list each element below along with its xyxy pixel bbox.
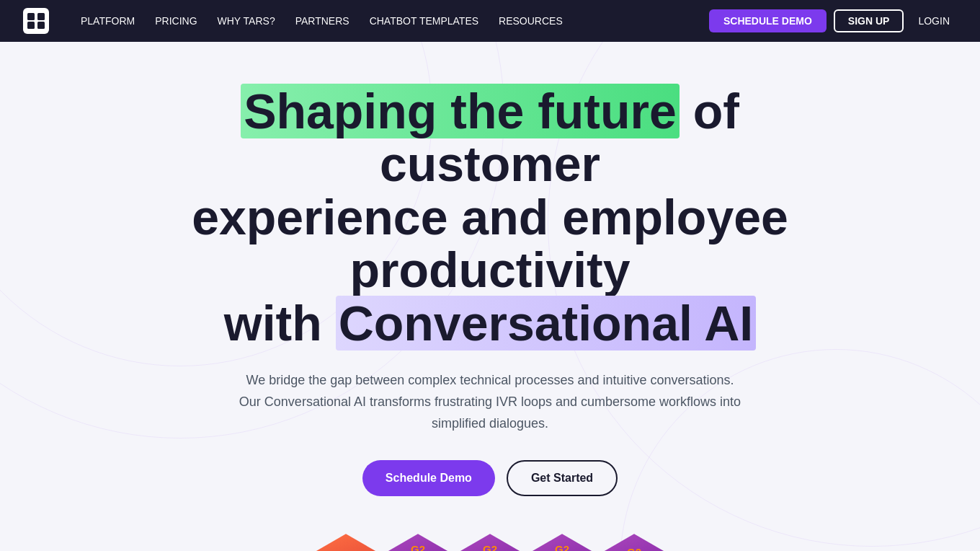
logo-icon [23,8,49,34]
hero-schedule-demo-button[interactable]: Schedule Demo [362,460,495,496]
badge-high-enterprise: G2 HighPerformer Enterprise SPRING 2023 [458,534,522,551]
hero-title-part4: productivity [349,242,630,297]
hero-title-highlight-purple: Conversational AI [336,296,757,351]
nav-link-platform[interactable]: PLATFORM [72,11,143,31]
nav-sign-up-button[interactable]: SIGN UP [834,9,904,32]
hero-subtitle: We bridge the gap between complex techni… [238,370,742,434]
badge-high-spring-shape: G2 HighPerformer SPRING 2023 [602,534,667,551]
hero-title-part3: experience and employee [192,190,788,244]
badge-high-enterprise-shape: G2 HighPerformer Enterprise SPRING 2023 [458,534,522,551]
badge-high-spring: G2 HighPerformer SPRING 2023 [602,534,667,551]
badge-leader: G2 Leader SPRING 2023 [313,534,378,551]
badge-g2-label: G2 [555,544,569,551]
hero-title: Shaping the future of customer experienc… [137,85,843,350]
nav-links: PLATFORM PRICING WHY TARS? PARTNERS CHAT… [72,11,709,31]
nav-link-pricing[interactable]: PRICING [146,11,205,31]
hero-title-highlight-green: Shaping the future [241,84,680,138]
nav-link-why-tars[interactable]: WHY TARS? [209,11,284,31]
svg-rect-0 [27,13,35,20]
badge-g2-label: G2 [627,547,641,551]
hero-title-part5: with [224,296,322,351]
nav-link-resources[interactable]: RESOURCES [490,11,571,31]
logo[interactable] [23,8,49,34]
g2-badges-row: G2 Leader SPRING 2023 G2 HighPerformer E… [313,534,667,551]
badge-g2-label: G2 [411,544,425,551]
badge-leader-shape: G2 Leader SPRING 2023 [313,534,378,551]
badge-high-asia: G2 HighPerformer Asia SPRING 2023 [530,534,594,551]
badge-high-europe: G2 HighPerformer Europe SPRING 2023 [386,534,450,551]
badge-high-asia-shape: G2 HighPerformer Asia SPRING 2023 [530,534,594,551]
badge-g2-label: G2 [483,544,497,551]
nav-login-button[interactable]: LOGIN [911,11,957,31]
nav-link-partners[interactable]: PARTNERS [287,11,358,31]
svg-rect-2 [27,22,35,29]
svg-rect-1 [37,13,45,20]
svg-rect-3 [37,22,45,29]
nav-link-chatbot-templates[interactable]: CHATBOT TEMPLATES [361,11,487,31]
nav-schedule-demo-button[interactable]: SCHEDULE DEMO [709,9,827,32]
nav-actions: SCHEDULE DEMO SIGN UP LOGIN [709,9,957,32]
badge-high-europe-shape: G2 HighPerformer Europe SPRING 2023 [386,534,450,551]
hero-get-started-button[interactable]: Get Started [507,460,618,496]
navigation: PLATFORM PRICING WHY TARS? PARTNERS CHAT… [0,0,980,42]
hero-section: Shaping the future of customer experienc… [0,42,980,551]
hero-buttons: Schedule Demo Get Started [362,460,618,496]
